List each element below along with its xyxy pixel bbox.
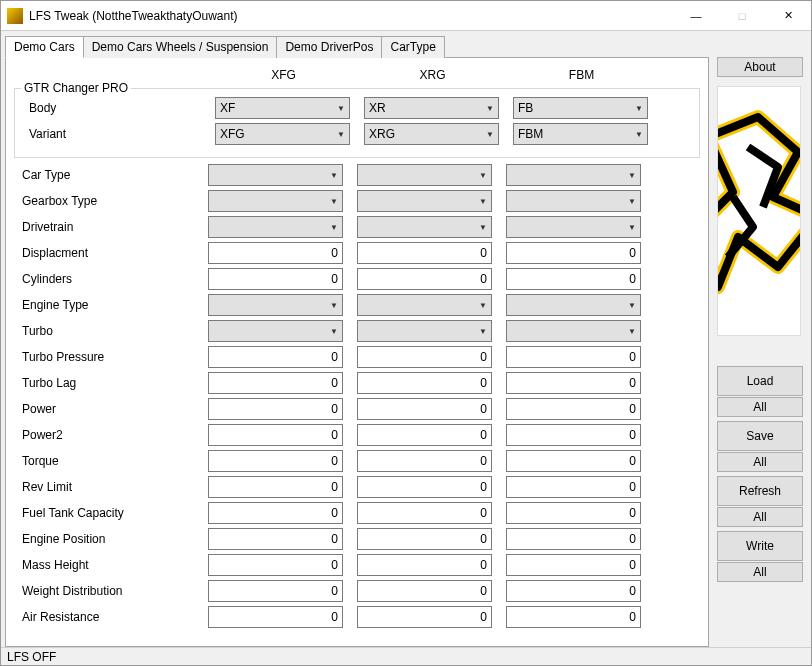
write-all-button[interactable]: All bbox=[717, 562, 803, 582]
row-label: Turbo Lag bbox=[22, 376, 194, 390]
car-type-xfg-combo[interactable]: ▼ bbox=[208, 164, 343, 186]
row-variant: VariantXFG▼XRG▼FBM▼ bbox=[21, 121, 693, 147]
row-power: Power bbox=[14, 396, 700, 422]
rev-limit-xrg-input[interactable] bbox=[357, 476, 492, 498]
turbo-pressure-xfg-input[interactable] bbox=[208, 346, 343, 368]
displacment-fbm-input[interactable] bbox=[506, 242, 641, 264]
row-label: Car Type bbox=[22, 168, 194, 182]
gearbox-type-xrg-combo[interactable]: ▼ bbox=[357, 190, 492, 212]
row-label: Engine Type bbox=[22, 298, 194, 312]
turbo-lag-fbm-input[interactable] bbox=[506, 372, 641, 394]
chevron-down-icon: ▼ bbox=[628, 327, 636, 336]
row-mass-height: Mass Height bbox=[14, 552, 700, 578]
tab-demo-driverpos[interactable]: Demo DriverPos bbox=[276, 36, 382, 58]
drivetrain-fbm-combo[interactable]: ▼ bbox=[506, 216, 641, 238]
chevron-down-icon: ▼ bbox=[479, 171, 487, 180]
torque-fbm-input[interactable] bbox=[506, 450, 641, 472]
power-xrg-input[interactable] bbox=[357, 398, 492, 420]
air-resistance-xrg-input[interactable] bbox=[357, 606, 492, 628]
refresh-all-button[interactable]: All bbox=[717, 507, 803, 527]
cylinders-fbm-input[interactable] bbox=[506, 268, 641, 290]
fuel-tank-capacity-xfg-input[interactable] bbox=[208, 502, 343, 524]
gearbox-type-xfg-combo[interactable]: ▼ bbox=[208, 190, 343, 212]
about-button[interactable]: About bbox=[717, 57, 803, 77]
tab-demo-cars[interactable]: Demo Cars bbox=[5, 36, 84, 58]
turbo-pressure-fbm-input[interactable] bbox=[506, 346, 641, 368]
drivetrain-xrg-combo[interactable]: ▼ bbox=[357, 216, 492, 238]
variant-xrg-combo[interactable]: XRG▼ bbox=[364, 123, 499, 145]
chevron-down-icon: ▼ bbox=[479, 301, 487, 310]
power2-xfg-input[interactable] bbox=[208, 424, 343, 446]
engine-type-xfg-combo[interactable]: ▼ bbox=[208, 294, 343, 316]
titlebar: LFS Tweak (NottheTweakthatyOuwant) — □ ✕ bbox=[1, 1, 811, 31]
car-type-fbm-combo[interactable]: ▼ bbox=[506, 164, 641, 186]
fuel-tank-capacity-fbm-input[interactable] bbox=[506, 502, 641, 524]
mass-height-xrg-input[interactable] bbox=[357, 554, 492, 576]
body-xrg-combo[interactable]: XR▼ bbox=[364, 97, 499, 119]
row-engine-position: Engine Position bbox=[14, 526, 700, 552]
weight-distribution-xfg-input[interactable] bbox=[208, 580, 343, 602]
turbo-lag-xrg-input[interactable] bbox=[357, 372, 492, 394]
body-fbm-combo[interactable]: FB▼ bbox=[513, 97, 648, 119]
load-button[interactable]: Load bbox=[717, 366, 803, 396]
refresh-button[interactable]: Refresh bbox=[717, 476, 803, 506]
turbo-xfg-combo[interactable]: ▼ bbox=[208, 320, 343, 342]
engine-position-xfg-input[interactable] bbox=[208, 528, 343, 550]
turbo-pressure-xrg-input[interactable] bbox=[357, 346, 492, 368]
displacment-xrg-input[interactable] bbox=[357, 242, 492, 264]
power-xfg-input[interactable] bbox=[208, 398, 343, 420]
row-turbo-pressure: Turbo Pressure bbox=[14, 344, 700, 370]
tab-cartype[interactable]: CarType bbox=[381, 36, 444, 58]
chevron-down-icon: ▼ bbox=[628, 197, 636, 206]
load-all-button[interactable]: All bbox=[717, 397, 803, 417]
gearbox-type-fbm-combo[interactable]: ▼ bbox=[506, 190, 641, 212]
turbo-lag-xfg-input[interactable] bbox=[208, 372, 343, 394]
turbo-xrg-combo[interactable]: ▼ bbox=[357, 320, 492, 342]
write-button[interactable]: Write bbox=[717, 531, 803, 561]
row-label: Body bbox=[29, 101, 201, 115]
variant-fbm-combo[interactable]: FBM▼ bbox=[513, 123, 648, 145]
body-xfg-combo[interactable]: XF▼ bbox=[215, 97, 350, 119]
chevron-down-icon: ▼ bbox=[479, 327, 487, 336]
rev-limit-fbm-input[interactable] bbox=[506, 476, 641, 498]
save-button[interactable]: Save bbox=[717, 421, 803, 451]
displacment-xfg-input[interactable] bbox=[208, 242, 343, 264]
row-label: Torque bbox=[22, 454, 194, 468]
mass-height-xfg-input[interactable] bbox=[208, 554, 343, 576]
torque-xfg-input[interactable] bbox=[208, 450, 343, 472]
tab-demo-cars-wheels-suspension[interactable]: Demo Cars Wheels / Suspension bbox=[83, 36, 278, 58]
row-label: Cylinders bbox=[22, 272, 194, 286]
variant-xfg-combo[interactable]: XFG▼ bbox=[215, 123, 350, 145]
engine-type-fbm-combo[interactable]: ▼ bbox=[506, 294, 641, 316]
maximize-button[interactable]: □ bbox=[719, 1, 765, 31]
turbo-fbm-combo[interactable]: ▼ bbox=[506, 320, 641, 342]
close-button[interactable]: ✕ bbox=[765, 1, 811, 31]
row-engine-type: Engine Type▼▼▼ bbox=[14, 292, 700, 318]
air-resistance-xfg-input[interactable] bbox=[208, 606, 343, 628]
rev-limit-xfg-input[interactable] bbox=[208, 476, 343, 498]
power2-fbm-input[interactable] bbox=[506, 424, 641, 446]
save-all-button[interactable]: All bbox=[717, 452, 803, 472]
torque-xrg-input[interactable] bbox=[357, 450, 492, 472]
engine-position-xrg-input[interactable] bbox=[357, 528, 492, 550]
engine-type-xrg-combo[interactable]: ▼ bbox=[357, 294, 492, 316]
row-weight-distribution: Weight Distribution bbox=[14, 578, 700, 604]
app-icon bbox=[7, 8, 23, 24]
power-fbm-input[interactable] bbox=[506, 398, 641, 420]
row-label: Fuel Tank Capacity bbox=[22, 506, 194, 520]
groupbox-gtr-changer: GTR Changer PRO BodyXF▼XR▼FB▼VariantXFG▼… bbox=[14, 88, 700, 158]
air-resistance-fbm-input[interactable] bbox=[506, 606, 641, 628]
weight-distribution-xrg-input[interactable] bbox=[357, 580, 492, 602]
engine-position-fbm-input[interactable] bbox=[506, 528, 641, 550]
fuel-tank-capacity-xrg-input[interactable] bbox=[357, 502, 492, 524]
cylinders-xrg-input[interactable] bbox=[357, 268, 492, 290]
col-header: XRG bbox=[365, 68, 500, 82]
minimize-button[interactable]: — bbox=[673, 1, 719, 31]
drivetrain-xfg-combo[interactable]: ▼ bbox=[208, 216, 343, 238]
weight-distribution-fbm-input[interactable] bbox=[506, 580, 641, 602]
car-type-xrg-combo[interactable]: ▼ bbox=[357, 164, 492, 186]
power2-xrg-input[interactable] bbox=[357, 424, 492, 446]
mass-height-fbm-input[interactable] bbox=[506, 554, 641, 576]
cylinders-xfg-input[interactable] bbox=[208, 268, 343, 290]
chevron-down-icon: ▼ bbox=[635, 104, 643, 113]
